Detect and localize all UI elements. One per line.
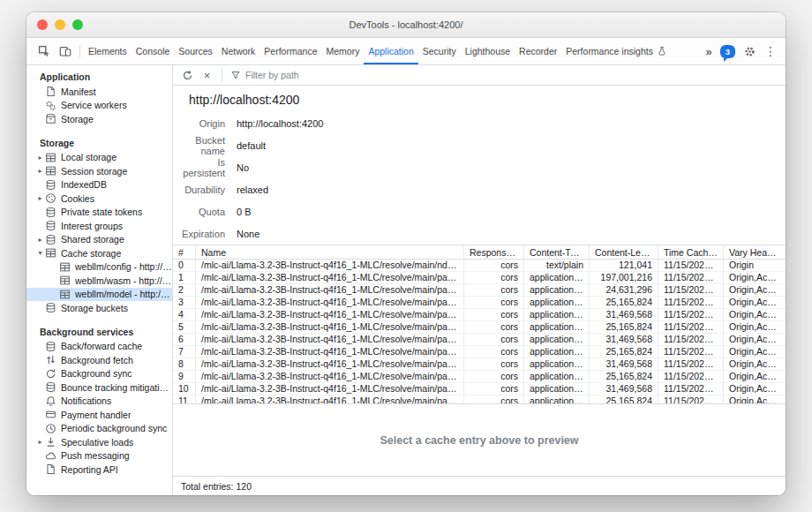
table-icon bbox=[45, 165, 56, 177]
sidebar-item-label: webllm/wasm - http://loca... bbox=[75, 275, 172, 286]
sidebar-item-service-workers[interactable]: Service workers bbox=[26, 99, 172, 113]
traffic-lights bbox=[37, 19, 83, 30]
sidebar-item-webllm-config-http-loc[interactable]: webllm/config - http://loc... bbox=[26, 260, 172, 275]
sidebar-item-label: Notifications bbox=[61, 395, 111, 406]
sidebar-item-private-state-tokens[interactable]: Private state tokens bbox=[26, 206, 172, 220]
cache-entry-row[interactable]: 3/mlc-ai/Llama-3.2-3B-Instruct-q4f16_1-M… bbox=[173, 297, 786, 309]
sidebar-item-label: Speculative loads bbox=[61, 437, 133, 448]
sidebar-item-shared-storage[interactable]: ▸Shared storage bbox=[26, 233, 172, 247]
chevron-down-icon[interactable]: ▾ bbox=[35, 249, 45, 257]
cache-entry-preview-hint: Select a cache entry above to preview bbox=[173, 403, 786, 476]
cache-entry-row[interactable]: 9/mlc-ai/Llama-3.2-3B-Instruct-q4f16_1-M… bbox=[173, 371, 786, 383]
minimize-window-button[interactable] bbox=[55, 19, 65, 30]
chevron-right-icon[interactable]: ▸ bbox=[35, 194, 45, 202]
devtools-content: ApplicationManifestService workersStorag… bbox=[26, 65, 786, 495]
column-header-content-length[interactable]: Content-Length bbox=[590, 245, 658, 260]
sidebar-item-storage[interactable]: Storage bbox=[26, 112, 172, 126]
tab-elements[interactable]: Elements bbox=[84, 38, 132, 64]
cell-time-cached: 11/15/2024, 10... bbox=[658, 383, 724, 395]
inspect-element-icon[interactable] bbox=[34, 38, 55, 64]
sidebar-item-notifications[interactable]: Notifications bbox=[26, 395, 172, 409]
chevron-right-icon[interactable]: ▸ bbox=[35, 438, 45, 446]
cell-time-cached: 11/15/2024, 10... bbox=[658, 284, 724, 296]
sidebar-item-label: Local storage bbox=[61, 152, 117, 162]
cell-vary-header: Origin,Access... bbox=[724, 272, 786, 283]
sidebar-item-webllm-model-http-loc[interactable]: webllm/model - http://loc... bbox=[26, 288, 172, 302]
cache-entry-row[interactable]: 2/mlc-ai/Llama-3.2-3B-Instruct-q4f16_1-M… bbox=[173, 284, 786, 297]
more-options-icon[interactable]: ⋮ bbox=[764, 44, 777, 58]
sidebar-item-cookies[interactable]: ▸Cookies bbox=[26, 192, 172, 206]
cache-entry-row[interactable]: 4/mlc-ai/Llama-3.2-3B-Instruct-q4f16_1-M… bbox=[173, 309, 786, 321]
tab-lighthouse[interactable]: Lighthouse bbox=[461, 38, 515, 64]
column-header-time-cached[interactable]: Time Cached bbox=[658, 245, 724, 260]
cache-entries-table: #NameResponse-TypeContent-TypeContent-Le… bbox=[173, 245, 786, 403]
sidebar-item-bounce-tracking-mitigations[interactable]: Bounce tracking mitigations bbox=[26, 380, 172, 395]
delete-selected-icon[interactable]: × bbox=[199, 67, 215, 84]
document-icon bbox=[45, 463, 56, 475]
tab-recorder[interactable]: Recorder bbox=[515, 38, 561, 64]
column-header-content-type[interactable]: Content-Type bbox=[524, 245, 590, 260]
sidebar-item-periodic-background-sync[interactable]: Periodic background sync bbox=[26, 422, 172, 436]
cell-name: /mlc-ai/Llama-3.2-3B-Instruct-q4f16_1-ML… bbox=[196, 260, 464, 271]
device-toolbar-icon[interactable] bbox=[55, 38, 76, 64]
chevron-right-icon[interactable]: ▸ bbox=[35, 167, 45, 175]
bell-icon bbox=[45, 395, 56, 407]
sidebar-item-back-forward-cache[interactable]: Back/forward cache bbox=[26, 340, 172, 354]
tab-network[interactable]: Network bbox=[217, 38, 260, 64]
column-header-name[interactable]: Name bbox=[196, 245, 464, 260]
cache-entry-row[interactable]: 5/mlc-ai/Llama-3.2-3B-Instruct-q4f16_1-M… bbox=[173, 321, 786, 334]
tab-memory[interactable]: Memory bbox=[321, 38, 364, 64]
column-header-[interactable]: # bbox=[173, 245, 196, 260]
cache-entry-row[interactable]: 0/mlc-ai/Llama-3.2-3B-Instruct-q4f16_1-M… bbox=[173, 260, 786, 272]
cell-content-length: 31,469,568 bbox=[590, 309, 658, 320]
tab-performance-insights[interactable]: Performance insights bbox=[561, 38, 672, 64]
tab-application[interactable]: Application bbox=[364, 38, 417, 64]
zoom-window-button[interactable] bbox=[72, 19, 83, 30]
cache-entry-row[interactable]: 1/mlc-ai/Llama-3.2-3B-Instruct-q4f16_1-M… bbox=[173, 272, 786, 284]
tab-performance[interactable]: Performance bbox=[259, 38, 321, 64]
tab-console[interactable]: Console bbox=[132, 38, 175, 64]
sidebar-item-webllm-wasm-http-loca[interactable]: webllm/wasm - http://loca... bbox=[26, 274, 172, 288]
sidebar-item-cache-storage[interactable]: ▾Cache storage bbox=[26, 246, 172, 260]
cache-entry-row[interactable]: 6/mlc-ai/Llama-3.2-3B-Instruct-q4f16_1-M… bbox=[173, 334, 786, 346]
cache-entry-row[interactable]: 11/mlc-ai/Llama-3.2-3B-Instruct-q4f16_1-… bbox=[173, 395, 786, 403]
cache-entry-row[interactable]: 10/mlc-ai/Llama-3.2-3B-Instruct-q4f16_1-… bbox=[173, 383, 786, 395]
column-header-response-type[interactable]: Response-Type bbox=[464, 245, 524, 260]
cache-entry-row[interactable]: 8/mlc-ai/Llama-3.2-3B-Instruct-q4f16_1-M… bbox=[173, 358, 786, 371]
sidebar-item-push-messaging[interactable]: Push messaging bbox=[26, 449, 172, 463]
sidebar-item-label: Shared storage bbox=[61, 234, 124, 245]
sidebar-item-background-fetch[interactable]: Background fetch bbox=[26, 353, 172, 367]
sidebar-item-storage-buckets[interactable]: Storage buckets bbox=[26, 301, 172, 315]
cache-entry-row[interactable]: 7/mlc-ai/Llama-3.2-3B-Instruct-q4f16_1-M… bbox=[173, 346, 786, 358]
refresh-icon[interactable] bbox=[179, 67, 196, 84]
cell-content-length: 25,165,824 bbox=[590, 346, 658, 358]
sidebar-item-background-sync[interactable]: Background sync bbox=[26, 367, 172, 381]
tab-sources[interactable]: Sources bbox=[174, 38, 217, 64]
cell-vary-header: Origin,Access... bbox=[724, 321, 786, 333]
cell-index: 4 bbox=[173, 309, 196, 320]
tab-security[interactable]: Security bbox=[418, 38, 461, 64]
application-sidebar: ApplicationManifestService workersStorag… bbox=[26, 65, 173, 495]
cell-content-type: application/oc... bbox=[524, 284, 590, 296]
messages-badge[interactable]: 3 bbox=[720, 45, 735, 58]
sidebar-item-manifest[interactable]: Manifest bbox=[26, 85, 172, 99]
sidebar-section-title: Storage bbox=[26, 134, 172, 151]
settings-gear-icon[interactable] bbox=[743, 45, 756, 58]
table-icon bbox=[59, 261, 71, 273]
cell-vary-header: Origin,Access... bbox=[724, 383, 786, 395]
chevron-right-icon[interactable]: ▸ bbox=[35, 154, 45, 162]
more-tabs-button[interactable]: » bbox=[705, 45, 711, 58]
cell-content-length: 121,041 bbox=[590, 260, 658, 271]
cell-content-length: 197,001,216 bbox=[590, 272, 658, 283]
column-header-vary-header[interactable]: Vary Header bbox=[724, 245, 786, 260]
sidebar-item-speculative-loads[interactable]: ▸Speculative loads bbox=[26, 435, 172, 449]
sidebar-item-interest-groups[interactable]: Interest groups bbox=[26, 219, 172, 233]
chevron-right-icon[interactable]: ▸ bbox=[35, 236, 45, 244]
sidebar-item-reporting-api[interactable]: Reporting API bbox=[26, 463, 172, 477]
sidebar-item-payment-handler[interactable]: Payment handler bbox=[26, 408, 172, 422]
filter-by-path-input[interactable] bbox=[245, 70, 440, 80]
close-window-button[interactable] bbox=[37, 19, 48, 30]
sidebar-item-session-storage[interactable]: ▸Session storage bbox=[26, 164, 172, 178]
sidebar-item-local-storage[interactable]: ▸Local storage bbox=[26, 151, 172, 165]
sidebar-item-indexeddb[interactable]: IndexedDB bbox=[26, 178, 172, 192]
